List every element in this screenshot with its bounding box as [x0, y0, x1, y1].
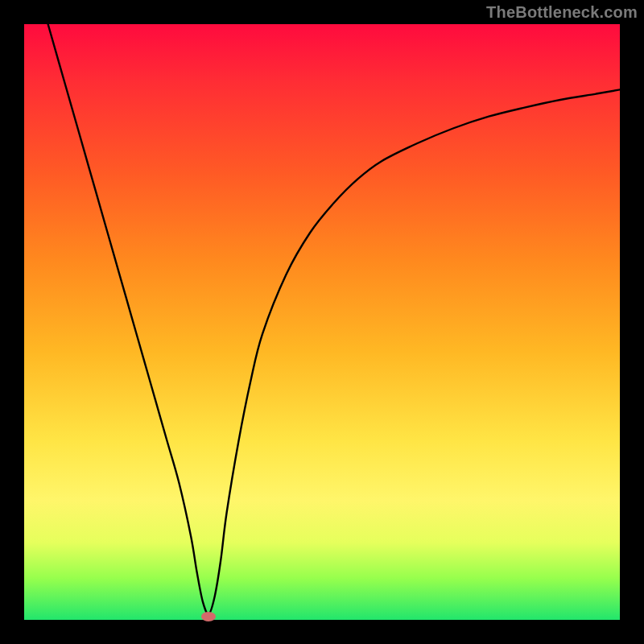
bottleneck-curve	[24, 24, 620, 620]
plot-area	[24, 24, 620, 620]
chart-frame: TheBottleneck.com	[0, 0, 644, 644]
watermark-label: TheBottleneck.com	[486, 3, 638, 22]
minimum-marker	[201, 612, 216, 621]
